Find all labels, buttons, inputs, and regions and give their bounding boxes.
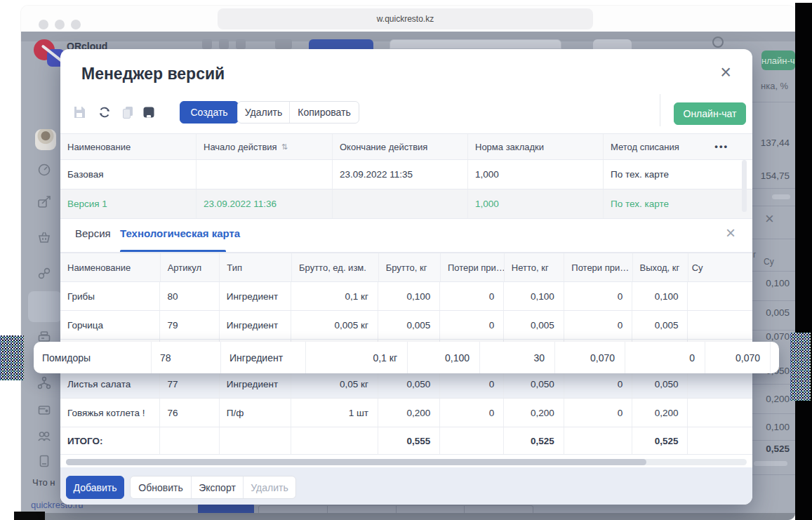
modal-footer: Добавить Обновить Экспорт Удалить bbox=[60, 467, 752, 505]
column-header[interactable]: Наименование bbox=[60, 253, 161, 281]
column-header[interactable]: Брутто, кг bbox=[379, 253, 441, 281]
background-sum-value: 0,100 bbox=[766, 278, 790, 291]
table-cell: 0,100 bbox=[378, 282, 440, 310]
column-header[interactable]: Наименование bbox=[60, 134, 197, 159]
table-cell: 1 шт bbox=[291, 399, 378, 427]
table-cell: Грибы bbox=[60, 282, 160, 310]
table-cell bbox=[688, 399, 752, 427]
address-bar[interactable]: w.quickresto.kz bbox=[218, 8, 593, 29]
divider bbox=[752, 384, 795, 385]
table-cell: 0 bbox=[564, 399, 632, 427]
footer-button-group: Обновить Экспорт Удалить bbox=[130, 476, 296, 499]
drag-row-cell: 0,070 bbox=[555, 342, 625, 373]
table-row[interactable]: Горчица79Ингредиент0,005 кг0,00500,00500… bbox=[60, 311, 752, 340]
window-control-dot[interactable] bbox=[55, 20, 65, 29]
table-cell: Ингредиент bbox=[220, 370, 292, 398]
table-cell: 0,200 bbox=[504, 399, 564, 427]
column-header[interactable]: Су bbox=[688, 253, 752, 281]
toolbar-icon-bg bbox=[202, 39, 212, 49]
table-row[interactable]: Грибы80Ингредиент0,1 кг0,10000,10000,100 bbox=[60, 282, 752, 311]
window-control-dot[interactable] bbox=[71, 20, 81, 29]
table-cell bbox=[291, 427, 378, 454]
column-header[interactable]: Потери при… bbox=[564, 253, 632, 281]
column-header-sortable[interactable]: Начало действия⇅ bbox=[197, 134, 333, 159]
drag-row-cell: 78 bbox=[152, 342, 221, 373]
table-cell: 0 bbox=[440, 399, 504, 427]
table-cell bbox=[564, 427, 632, 454]
column-header[interactable]: Брутто, ед. изм. bbox=[292, 253, 379, 281]
dragged-table-row[interactable]: Помидоры78Ингредиент0,1 кг0,100300,07000… bbox=[34, 342, 779, 373]
browser-tabbar: w.quickresto.kz bbox=[21, 6, 795, 32]
sitemap-icon bbox=[36, 375, 52, 391]
background-sum-value: 0,525 bbox=[766, 444, 790, 456]
column-header[interactable]: Окончание действия bbox=[333, 134, 468, 159]
wallet-icon bbox=[36, 402, 52, 418]
update-button[interactable]: Обновить bbox=[131, 476, 192, 498]
copy-button[interactable]: Копировать bbox=[290, 102, 359, 123]
delete-button[interactable]: Удалить bbox=[238, 102, 290, 123]
toolbar-button-group: Удалить Копировать bbox=[237, 101, 359, 124]
save-icon[interactable] bbox=[72, 105, 86, 119]
price-value: 154,75 bbox=[761, 171, 790, 183]
modal-close-icon[interactable]: × bbox=[720, 63, 731, 82]
column-header[interactable]: Нетто, кг bbox=[505, 253, 564, 281]
online-chat-button[interactable]: Онлайн-чат bbox=[674, 102, 746, 125]
column-header[interactable]: Выход, кг bbox=[633, 253, 688, 281]
book-icon bbox=[36, 453, 52, 469]
copy-icon[interactable] bbox=[121, 105, 135, 119]
create-button[interactable]: Создать bbox=[180, 101, 239, 124]
table-row[interactable]: Говяжья котлета !76П/ф1 шт0,20000,20000,… bbox=[60, 399, 752, 427]
column-header[interactable]: Артикул bbox=[161, 253, 220, 281]
divider bbox=[752, 330, 795, 331]
table-cell: 0,200 bbox=[632, 399, 688, 427]
user-icon bbox=[712, 36, 724, 48]
table-cell: 0 bbox=[564, 370, 632, 398]
horizontal-scrollbar[interactable] bbox=[66, 459, 747, 465]
table-cell: 23.09.2022 11:36 bbox=[197, 189, 333, 218]
background-search-input bbox=[390, 39, 561, 49]
whats-new-text: Что н bbox=[32, 477, 55, 488]
window-control-dot[interactable] bbox=[39, 20, 48, 29]
horizontal-scrollbar-thumb[interactable] bbox=[66, 459, 646, 465]
table-cell bbox=[688, 427, 752, 454]
column-header[interactable]: Метод списания bbox=[604, 134, 752, 159]
table-cell: 1,000 bbox=[468, 160, 604, 189]
table-cell: 0,525 bbox=[632, 427, 688, 454]
device-icon[interactable] bbox=[142, 105, 156, 119]
sort-icon[interactable]: ⇅ bbox=[281, 142, 288, 152]
table-cell: ИТОГО: bbox=[60, 427, 160, 454]
versions-scrollbar[interactable] bbox=[742, 160, 747, 212]
column-settings-icon[interactable]: ••• bbox=[714, 141, 728, 152]
table-cell: 0,100 bbox=[504, 282, 564, 310]
table-cell: 0,050 bbox=[504, 370, 564, 398]
refresh-icon[interactable] bbox=[98, 105, 112, 119]
table-cell: Ингредиент bbox=[220, 311, 292, 339]
table-cell: 23.09.2022 11:35 bbox=[333, 160, 468, 189]
table-cell: 0,050 bbox=[378, 370, 440, 398]
table-cell: 0,05 кг bbox=[291, 370, 378, 398]
drag-row-cell bbox=[771, 342, 779, 373]
table-cell bbox=[688, 282, 752, 310]
artifact-noise-right bbox=[790, 333, 811, 401]
export-button[interactable]: Экспорт bbox=[192, 476, 244, 498]
trend-icon bbox=[36, 194, 52, 210]
table-cell: Листья салата bbox=[60, 370, 160, 398]
divider bbox=[752, 239, 795, 239]
panel-close-icon[interactable]: × bbox=[726, 225, 736, 241]
column-header[interactable]: Тип bbox=[220, 253, 292, 281]
tab-version[interactable]: Версия bbox=[75, 227, 111, 239]
table-row[interactable]: Версия 123.09.2022 11:361,000По тех. кар… bbox=[60, 189, 752, 219]
table-row[interactable]: ИТОГО:0,5550,5250,525 bbox=[60, 427, 752, 455]
table-row[interactable]: Листья салата77Ингредиент0,05 кг0,05000,… bbox=[60, 370, 752, 399]
column-header[interactable]: Норма закладки bbox=[468, 134, 604, 159]
detail-tabs: Версия Технологическая карта × bbox=[60, 219, 752, 253]
table-row[interactable]: Базовая23.09.2022 11:351,000По тех. карт… bbox=[60, 160, 752, 189]
column-header[interactable]: Потери при… bbox=[441, 253, 505, 281]
table-cell: По тех. карте bbox=[604, 189, 752, 218]
table-cell: 0 bbox=[564, 311, 632, 339]
divider bbox=[752, 102, 795, 102]
tab-tech-card[interactable]: Технологическая карта bbox=[120, 227, 240, 239]
delete-row-button-disabled[interactable]: Удалить bbox=[244, 476, 295, 498]
table-cell: 0,200 bbox=[378, 399, 440, 427]
add-button[interactable]: Добавить bbox=[66, 476, 124, 499]
